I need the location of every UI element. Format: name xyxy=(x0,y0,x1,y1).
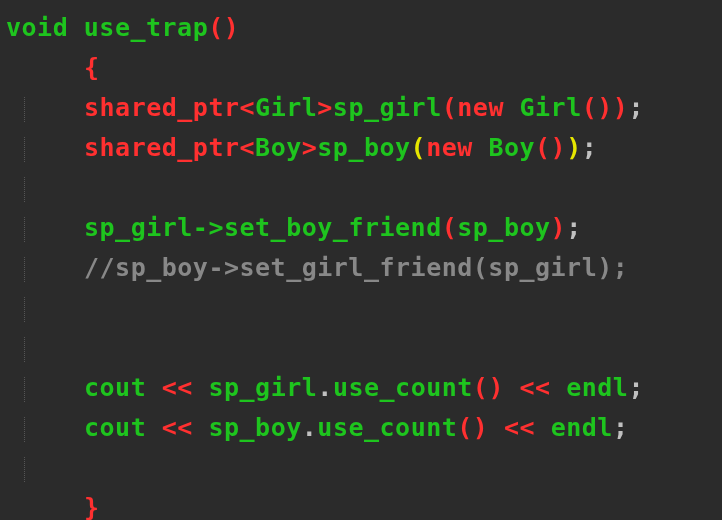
stream-op: << xyxy=(504,413,535,442)
paren-open: ( xyxy=(535,133,551,162)
ctor-girl: Girl xyxy=(520,93,582,122)
method-set-boy-friend: set_boy_friend xyxy=(224,213,442,242)
code-line-3: shared_ptr<Girl>sp_girl(new Girl()); xyxy=(6,88,716,128)
var-sp-girl: sp_girl xyxy=(84,213,193,242)
stream-op: << xyxy=(162,413,193,442)
arg-sp-boy: sp_boy xyxy=(457,213,550,242)
paren-close: ) xyxy=(566,133,582,162)
paren-close: ) xyxy=(551,133,567,162)
angle-open: < xyxy=(240,133,256,162)
blank-line xyxy=(6,168,716,208)
semicolon: ; xyxy=(628,93,644,122)
semicolon: ; xyxy=(613,413,629,442)
var-sp-girl: sp_girl xyxy=(208,373,317,402)
paren-close: ) xyxy=(488,373,504,402)
code-line-8: cout << sp_boy.use_count() << endl; xyxy=(6,408,716,448)
semicolon: ; xyxy=(582,133,598,162)
paren-close: ) xyxy=(597,93,613,122)
paren-open: ( xyxy=(411,133,427,162)
code-line-9: } xyxy=(6,488,716,520)
paren-open: ( xyxy=(442,93,458,122)
var-sp-boy: sp_boy xyxy=(317,133,410,162)
endl: endl xyxy=(566,373,628,402)
ctor-boy: Boy xyxy=(488,133,535,162)
keyword-new: new xyxy=(457,93,504,122)
var-sp-boy: sp_boy xyxy=(208,413,301,442)
cout: cout xyxy=(84,413,146,442)
code-line-1: void use_trap() xyxy=(6,8,716,48)
code-line-4: shared_ptr<Boy>sp_boy(new Boy()); xyxy=(6,128,716,168)
angle-close: > xyxy=(317,93,333,122)
var-sp-girl: sp_girl xyxy=(333,93,442,122)
paren-open: ( xyxy=(457,413,473,442)
method-use-count: use_count xyxy=(333,373,473,402)
function-name: use_trap xyxy=(84,13,208,42)
code-line-2: { xyxy=(6,48,716,88)
paren-close: ) xyxy=(473,413,489,442)
blank-line xyxy=(6,288,716,328)
paren-open: ( xyxy=(473,373,489,402)
keyword-void: void xyxy=(6,13,68,42)
stream-op: << xyxy=(520,373,551,402)
semicolon: ; xyxy=(628,373,644,402)
angle-open: < xyxy=(240,93,256,122)
paren-open: ( xyxy=(208,13,224,42)
angle-close: > xyxy=(302,133,318,162)
code-line-6: //sp_boy->set_girl_friend(sp_girl); xyxy=(6,248,716,288)
brace-close: } xyxy=(84,493,100,520)
cout: cout xyxy=(84,373,146,402)
code-editor[interactable]: void use_trap() { shared_ptr<Girl>sp_gir… xyxy=(6,8,716,520)
brace-open: { xyxy=(84,53,100,82)
type-shared-ptr: shared_ptr xyxy=(84,93,240,122)
paren-open: ( xyxy=(582,93,598,122)
type-girl: Girl xyxy=(255,93,317,122)
paren-close: ) xyxy=(551,213,567,242)
arrow-op: -> xyxy=(193,213,224,242)
dot-op: . xyxy=(302,413,318,442)
blank-line xyxy=(6,328,716,368)
semicolon: ; xyxy=(566,213,582,242)
keyword-new: new xyxy=(426,133,473,162)
code-line-5: sp_girl->set_boy_friend(sp_boy); xyxy=(6,208,716,248)
type-boy: Boy xyxy=(255,133,302,162)
method-use-count: use_count xyxy=(317,413,457,442)
endl: endl xyxy=(551,413,613,442)
paren-close: ) xyxy=(224,13,240,42)
paren-close: ) xyxy=(613,93,629,122)
code-line-7: cout << sp_girl.use_count() << endl; xyxy=(6,368,716,408)
type-shared-ptr: shared_ptr xyxy=(84,133,240,162)
comment-line: //sp_boy->set_girl_friend(sp_girl); xyxy=(84,253,628,282)
paren-open: ( xyxy=(442,213,458,242)
blank-line xyxy=(6,448,716,488)
stream-op: << xyxy=(162,373,193,402)
dot-op: . xyxy=(317,373,333,402)
